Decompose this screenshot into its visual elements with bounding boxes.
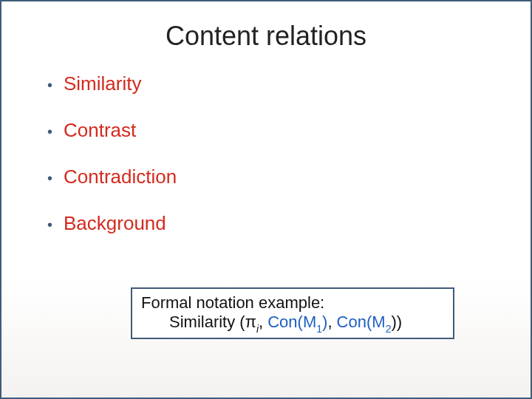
bullet-label: Contrast [64,119,136,142]
con-m2: Con(M [337,313,386,331]
comma: , [327,313,336,331]
comma: , [259,313,267,331]
list-item: • Contradiction [47,166,531,188]
slide-frame: Content relations • Similarity • Contras… [0,0,532,399]
bullet-icon: • [47,78,64,92]
formal-notation-box: Formal notation example: Similarity (πi,… [131,287,454,339]
formal-fn: Similarity [169,313,235,331]
list-item: • Similarity [47,72,531,95]
bullet-label: Similarity [64,72,141,95]
paren-close-outer: )) [391,313,402,331]
pi-symbol: π [245,313,256,331]
list-item: • Contrast [47,119,531,142]
bullet-label: Background [64,212,166,235]
bullet-icon: • [47,171,64,185]
bullet-icon: • [47,217,64,232]
con-m1-sub: 1 [316,323,322,335]
bullet-icon: • [47,124,64,139]
slide-title: Content relations [1,21,531,52]
list-item: • Background [47,212,531,235]
con-m1: Con(M [267,313,316,331]
pi-subscript: i [256,323,259,335]
formal-expression: Similarity (πi, Con(M1), Con(M2)) [169,313,444,333]
con-m2-sub: 2 [386,323,392,335]
bullet-list: • Similarity • Contrast • Contradiction … [47,72,531,235]
formal-heading: Formal notation example: [141,293,444,313]
paren-open: ( [235,313,245,331]
bullet-label: Contradiction [64,166,177,188]
